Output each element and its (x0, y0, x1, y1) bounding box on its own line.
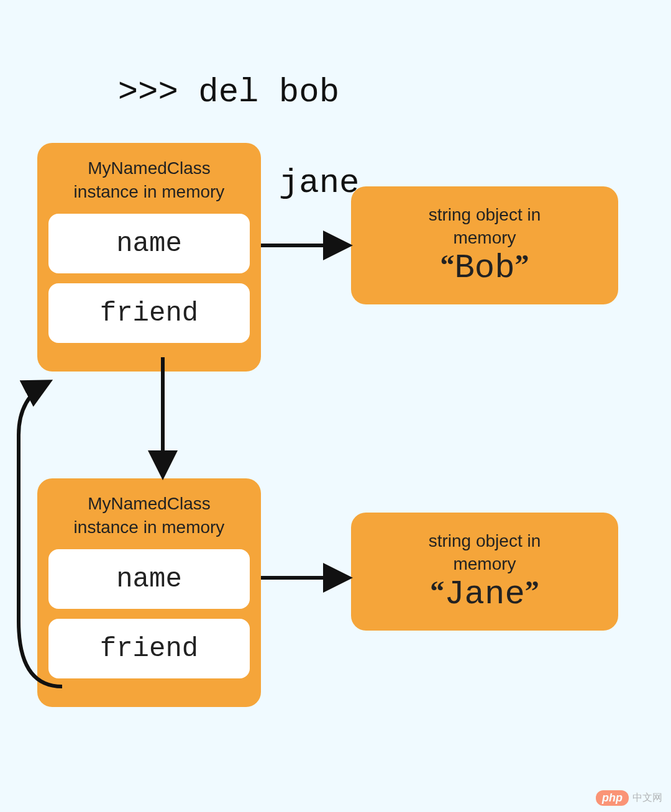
watermark: php 中文网 (596, 790, 662, 806)
string-label-l2: memory (453, 554, 516, 573)
instance-title-l2: instance in memory (74, 182, 225, 201)
string-label: string object in memory (429, 530, 541, 575)
string-value: “Jane” (430, 575, 539, 613)
attr-name: name (48, 549, 250, 609)
attr-friend: friend (48, 619, 250, 678)
instance-box-jane: MyNamedClass instance in memory name fri… (37, 478, 261, 707)
string-label-l1: string object in (429, 205, 541, 224)
open-quote-icon: “ (440, 249, 454, 281)
instance-box-header: MyNamedClass instance in memory (48, 157, 250, 204)
instance-title-l1: MyNamedClass (88, 158, 211, 178)
diagram-canvas: >>> del bob >>> del jane MyNamedClass in… (0, 0, 671, 812)
attr-friend: friend (48, 283, 250, 343)
watermark-text: 中文网 (632, 791, 662, 805)
string-label-l1: string object in (429, 531, 541, 550)
watermark-pill: php (596, 790, 629, 806)
string-label: string object in memory (429, 204, 541, 249)
string-value: “Bob” (440, 249, 529, 287)
instance-title-l1: MyNamedClass (88, 494, 211, 513)
attr-name: name (48, 214, 250, 273)
instance-box-header: MyNamedClass instance in memory (48, 492, 250, 539)
close-quote-icon: ” (515, 249, 529, 281)
close-quote-icon: ” (525, 575, 539, 608)
string-box-bob: string object in memory “Bob” (351, 186, 618, 304)
string-box-jane: string object in memory “Jane” (351, 513, 618, 631)
instance-box-bob: MyNamedClass instance in memory name fri… (37, 143, 261, 372)
open-quote-icon: “ (430, 575, 444, 608)
instance-title-l2: instance in memory (74, 518, 225, 537)
code-line-1: >>> del bob (118, 73, 339, 111)
string-label-l2: memory (453, 228, 516, 247)
